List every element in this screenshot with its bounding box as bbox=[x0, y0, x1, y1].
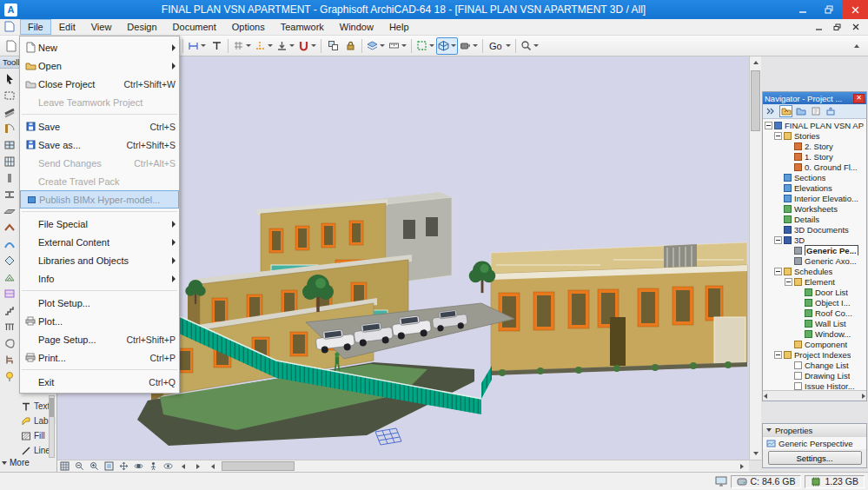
tree-item-generic-perspective[interactable]: Generic Pe... bbox=[763, 245, 866, 255]
tree-item-project-indexes[interactable]: Project Indexes bbox=[763, 349, 866, 360]
collapse-icon[interactable] bbox=[765, 122, 772, 129]
menu-item-publish-bimx[interactable]: Publish BIMx Hyper-model... bbox=[20, 190, 179, 209]
navigator-titlebar[interactable]: Navigator - Project ... ✕ bbox=[763, 92, 866, 104]
menu-item-print[interactable]: Print...Ctrl+P bbox=[20, 348, 179, 367]
lamp-tool-icon[interactable] bbox=[1, 368, 17, 384]
tree-item-generic-axonometry[interactable]: Generic Axo... bbox=[763, 255, 866, 266]
tree-item-stories[interactable]: Stories bbox=[763, 130, 866, 141]
tree-item-story[interactable]: 0. Ground Fl... bbox=[763, 162, 866, 172]
menu-item-file-special[interactable]: File Special bbox=[20, 215, 179, 233]
scroll-left-icon[interactable] bbox=[764, 394, 767, 399]
tree-item-element[interactable]: Element bbox=[763, 276, 866, 287]
explore-model-icon[interactable] bbox=[146, 460, 161, 472]
tree-item-story[interactable]: 2. Story bbox=[763, 141, 866, 151]
next-view-icon[interactable] bbox=[190, 460, 205, 472]
3d-view-mode-icon[interactable] bbox=[436, 37, 458, 55]
toolbox-more[interactable]: More bbox=[2, 456, 56, 469]
tree-item-3d-documents[interactable]: 3D Documents bbox=[763, 224, 866, 235]
wall-tool-icon[interactable] bbox=[1, 103, 17, 120]
menu-item-close-project[interactable]: Close ProjectCtrl+Shift+W bbox=[20, 75, 179, 93]
lock-icon[interactable] bbox=[341, 37, 359, 55]
vertical-scrollbar[interactable] bbox=[749, 56, 761, 460]
collapse-icon[interactable] bbox=[785, 278, 792, 286]
menu-window[interactable]: Window bbox=[332, 19, 381, 35]
hscroll-right-icon[interactable] bbox=[734, 460, 749, 472]
toolbox-scrollbar[interactable] bbox=[49, 395, 55, 458]
window-tool-icon[interactable] bbox=[1, 136, 17, 153]
minimize-button[interactable] bbox=[790, 0, 816, 19]
menu-item-page-setup[interactable]: Page Setup...Ctrl+Shift+P bbox=[20, 330, 179, 348]
door-tool-icon[interactable] bbox=[1, 120, 17, 136]
zoom-tool-icon[interactable] bbox=[519, 37, 540, 55]
zoom-in-icon[interactable] bbox=[87, 460, 102, 472]
tree-item-door-list[interactable]: Door List bbox=[763, 287, 866, 297]
select-tool-icon[interactable] bbox=[1, 70, 17, 87]
navigator-options-icon[interactable] bbox=[765, 105, 778, 117]
guide-lines-icon[interactable] bbox=[253, 37, 275, 55]
orbit-icon[interactable] bbox=[131, 460, 146, 472]
menu-file[interactable]: File bbox=[20, 19, 51, 35]
tree-item-story[interactable]: 1. Story bbox=[763, 151, 866, 162]
menu-item-plot-setup[interactable]: Plot Setup... bbox=[20, 294, 179, 312]
curtain-wall-tool-icon[interactable] bbox=[1, 153, 17, 169]
tree-item-object-list[interactable]: Object I... bbox=[763, 297, 866, 308]
layers-icon[interactable] bbox=[365, 37, 387, 55]
menu-teamwork[interactable]: Teamwork bbox=[273, 19, 332, 35]
tree-item-worksheets[interactable]: Worksheets bbox=[763, 203, 866, 214]
text-tool-icon[interactable] bbox=[208, 37, 225, 55]
navigator-close-icon[interactable]: ✕ bbox=[853, 94, 865, 103]
close-button[interactable] bbox=[842, 0, 868, 19]
menu-options[interactable]: Options bbox=[224, 19, 273, 35]
skylight-tool-icon[interactable] bbox=[1, 252, 17, 268]
scroll-right-icon[interactable] bbox=[862, 394, 865, 399]
tree-item-issue-history[interactable]: Issue Histor... bbox=[763, 381, 866, 390]
zoom-out-icon[interactable] bbox=[72, 460, 87, 472]
dimension-tool-icon[interactable] bbox=[186, 37, 208, 55]
menu-help[interactable]: Help bbox=[381, 19, 417, 35]
tree-item-3d[interactable]: 3D bbox=[763, 235, 866, 245]
menu-item-save[interactable]: SaveCtrl+S bbox=[20, 117, 179, 136]
collapse-icon[interactable] bbox=[774, 351, 782, 359]
previous-view-icon[interactable] bbox=[176, 460, 190, 472]
document-system-icon[interactable] bbox=[4, 21, 17, 33]
tree-item-component[interactable]: Component bbox=[763, 339, 866, 349]
scale-icon[interactable] bbox=[387, 37, 408, 55]
tree-item-schedules[interactable]: Schedules bbox=[763, 266, 866, 276]
tree-item-details[interactable]: Details bbox=[763, 214, 866, 224]
tree-item-interior-elevations[interactable]: Interior Elevatio... bbox=[763, 193, 866, 203]
vertical-scroll-thumb[interactable] bbox=[751, 70, 760, 131]
collapse-toolbar-icon[interactable] bbox=[848, 37, 865, 55]
mesh-tool-icon[interactable] bbox=[1, 268, 17, 285]
camera-icon[interactable] bbox=[458, 37, 480, 55]
tree-item-change-list[interactable]: Change List bbox=[763, 360, 866, 370]
beam-tool-icon[interactable] bbox=[1, 186, 17, 202]
fit-in-window-icon[interactable] bbox=[102, 460, 116, 472]
menu-item-new[interactable]: New bbox=[20, 38, 179, 56]
marquee-cutaway-icon[interactable] bbox=[414, 37, 436, 55]
object-tool-icon[interactable] bbox=[1, 351, 17, 368]
collapse-icon[interactable] bbox=[774, 268, 782, 275]
child-minimize-icon[interactable] bbox=[812, 21, 826, 33]
go-dropdown[interactable]: Go bbox=[486, 37, 513, 55]
horizontal-scroll-thumb[interactable] bbox=[222, 461, 295, 471]
menu-view[interactable]: View bbox=[83, 19, 120, 35]
stair-tool-icon[interactable] bbox=[1, 301, 17, 318]
pan-icon[interactable] bbox=[116, 460, 131, 472]
tree-item-window-list[interactable]: Window... bbox=[763, 328, 866, 339]
menu-item-libraries-objects[interactable]: Libraries and Objects bbox=[20, 251, 179, 269]
slab-tool-icon[interactable] bbox=[1, 202, 17, 219]
magnet-icon[interactable] bbox=[296, 37, 318, 55]
railing-tool-icon[interactable] bbox=[1, 318, 17, 334]
tree-item-root[interactable]: FINAL PLAN VSN AP bbox=[763, 120, 866, 130]
navigator-hscrollbar[interactable] bbox=[763, 390, 866, 401]
menu-document[interactable]: Document bbox=[165, 19, 224, 35]
menu-item-save-as[interactable]: Save as...Ctrl+Shift+S bbox=[20, 136, 179, 154]
view-map-icon[interactable] bbox=[794, 105, 807, 117]
hscroll-left-icon[interactable] bbox=[205, 460, 220, 472]
menu-item-open[interactable]: Open bbox=[20, 56, 179, 75]
morph-tool-icon[interactable] bbox=[1, 334, 17, 351]
shell-tool-icon[interactable] bbox=[1, 235, 17, 252]
marquee-tool-icon[interactable] bbox=[1, 87, 17, 103]
groups-icon[interactable] bbox=[324, 37, 341, 55]
project-map-icon[interactable] bbox=[779, 105, 792, 117]
